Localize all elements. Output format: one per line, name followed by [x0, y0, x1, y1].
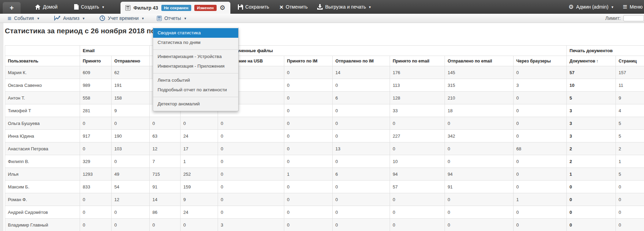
new-tab-button[interactable]: + [3, 2, 21, 14]
value-cell: 0 [284, 92, 333, 104]
column-header[interactable]: Принято по email [390, 56, 445, 66]
top-toolbar: + Домой Создать ▼ Фильтр 43 Не сохран [0, 0, 644, 14]
table-row[interactable]: Анастасия Петрова010312170013006822 [5, 142, 644, 155]
report-document-icon [157, 16, 162, 21]
column-group-header: Email [80, 46, 150, 56]
new-document-icon [74, 4, 79, 10]
value-cell: 989 [80, 79, 112, 92]
table-row[interactable]: Илья1293497152520169494015 [5, 168, 644, 181]
nav-events[interactable]: ≡ События ▼ [8, 15, 40, 22]
value-cell: 94 [390, 168, 445, 181]
nav-reports[interactable]: Отчеты ▼ [157, 15, 187, 21]
value-cell: 0 [112, 155, 150, 168]
user-gears-icon: ⚙ [568, 4, 574, 10]
table-row[interactable]: Роман Ф.01214900000100 [5, 193, 644, 206]
value-cell: 0 [390, 206, 445, 219]
value-cell: 0 [390, 193, 445, 206]
value-cell: 1 [181, 155, 218, 168]
value-cell: 0 [390, 117, 445, 130]
user-cell: Инна Юдина [5, 130, 80, 142]
value-cell: 10 [390, 155, 445, 168]
value-cell: 0 [218, 206, 284, 219]
value-cell: 0 [333, 219, 390, 231]
admin-user-menu[interactable]: ⚙ Админ (admin) ▼ [568, 4, 614, 10]
user-cell: Оксана Савенко [5, 79, 80, 92]
value-cell: 0 [181, 219, 218, 231]
value-cell: 0 [80, 117, 112, 130]
value-cell: 917 [80, 130, 112, 142]
clock-icon [100, 15, 105, 21]
column-header[interactable]: Через браузеры [514, 56, 567, 66]
dropdown-item[interactable]: Инвентаризация - Устройства [153, 52, 238, 61]
nav-time-tracking[interactable]: Учет времени ▼ [100, 15, 145, 21]
value-cell: 0 [333, 181, 390, 193]
value-cell: 9 [112, 104, 150, 117]
value-cell: 6 [333, 92, 390, 104]
value-cell: 24 [181, 130, 218, 142]
value-cell: 0 [445, 155, 514, 168]
dropdown-item[interactable]: Подробный отчет по активности [153, 85, 238, 95]
dropdown-item[interactable]: Инвентаризация - Приложения [153, 61, 238, 71]
user-cell: Ольга Бушуева [5, 117, 80, 130]
value-cell: 3 [567, 117, 616, 130]
create-button[interactable]: Создать ▼ [74, 4, 105, 10]
value-cell: 210 [445, 92, 514, 104]
column-header[interactable]: Отправлено [112, 56, 150, 66]
chevron-down-icon: ▼ [184, 17, 187, 20]
dropdown-item[interactable]: Сводная статистика [153, 28, 238, 38]
table-row[interactable]: Филипп В.329071000100021 [5, 155, 644, 168]
export-print-button[interactable]: Выгрузка и печать ▼ [317, 4, 371, 10]
table-row[interactable]: Максим Б.83354911590005791000 [5, 181, 644, 193]
filter-tab[interactable]: Фильтр 43 Не сохранен Изменен ⚙ [120, 2, 230, 14]
value-cell: 315 [445, 79, 514, 92]
cancel-button[interactable]: × Отменить [279, 4, 308, 10]
unsaved-badge: Не сохранен [161, 5, 191, 11]
table-row[interactable]: Владимир Главный000030000000 [5, 219, 644, 231]
column-header[interactable]: Принято по IM [284, 56, 333, 66]
nav-reports-label: Отчеты [164, 15, 181, 21]
value-cell: 0 [390, 219, 445, 231]
chevron-down-icon: ▼ [368, 6, 371, 9]
value-cell: 3 [567, 130, 616, 142]
value-cell: 157 [616, 66, 644, 79]
table-row[interactable]: Мария К.60962014176145057157 [5, 66, 644, 79]
column-header[interactable]: Принято [80, 56, 112, 66]
value-cell: 0 [390, 142, 445, 155]
value-cell: 0 [284, 142, 333, 155]
table-row[interactable]: Андрей Сидомётов00862400000000 [5, 206, 644, 219]
dropdown-item[interactable]: Детектор аномалий [153, 99, 238, 109]
value-cell: 0 [284, 155, 333, 168]
column-header[interactable]: Страниц [616, 56, 644, 66]
value-cell: 0 [284, 219, 333, 231]
value-cell: 281 [80, 104, 112, 117]
nav-analysis[interactable]: Анализ ▼ [54, 15, 85, 21]
value-cell: 190 [112, 130, 150, 142]
table-row[interactable]: Инна Юдина9171906324000227342035 [5, 130, 644, 142]
save-label: Сохранить [245, 4, 269, 10]
save-button[interactable]: Сохранить [238, 4, 269, 10]
value-cell: 3 [567, 104, 616, 117]
column-header[interactable]: Документов↑ [567, 56, 616, 66]
table-row[interactable]: Ольга Бушуева000000000035 [5, 117, 644, 130]
limit-input[interactable] [623, 15, 644, 21]
chevron-down-icon: ▼ [611, 6, 614, 9]
table-row[interactable]: Антон Т.55815806128210059 [5, 92, 644, 104]
nav-time-label: Учет времени [108, 15, 139, 21]
table-row[interactable]: Оксана Савенко9891910011331531011 [5, 79, 644, 92]
filter-settings-gear-icon[interactable]: ⚙ [220, 4, 226, 12]
dropdown-item[interactable]: Лента событий [153, 76, 238, 85]
column-header[interactable]: Отправлено по IM [333, 56, 390, 66]
list-icon: ≡ [8, 15, 11, 22]
value-cell: 0 [616, 219, 644, 231]
menu-divider [153, 97, 238, 97]
column-header[interactable]: Пользователь [5, 56, 80, 66]
home-button[interactable]: Домой [35, 4, 58, 10]
value-cell: 0 [445, 219, 514, 231]
value-cell: 0 [333, 206, 390, 219]
table-row[interactable]: Тимофей Т2819003318034 [5, 104, 644, 117]
filter-tab-label: Фильтр 43 [134, 5, 158, 11]
column-header[interactable]: Отправлено по email [445, 56, 514, 66]
main-menu-button[interactable]: ≡ Меню [623, 3, 643, 11]
dropdown-item[interactable]: Статистика по дням [153, 38, 238, 47]
value-cell: 57 [567, 66, 616, 79]
